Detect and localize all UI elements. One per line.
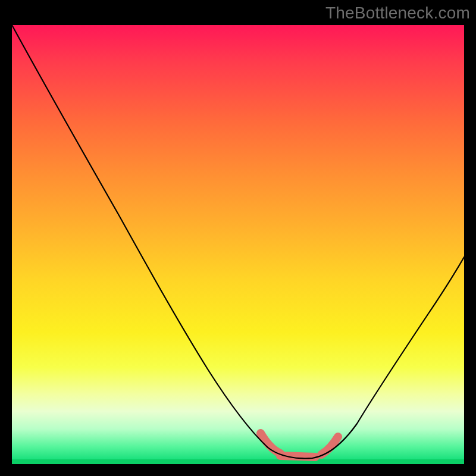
curve-svg	[12, 25, 464, 464]
main-curve	[12, 25, 464, 458]
plot-area	[12, 25, 464, 464]
chart-container: TheBottleneck.com	[0, 0, 476, 476]
watermark-text: TheBottleneck.com	[325, 4, 470, 23]
